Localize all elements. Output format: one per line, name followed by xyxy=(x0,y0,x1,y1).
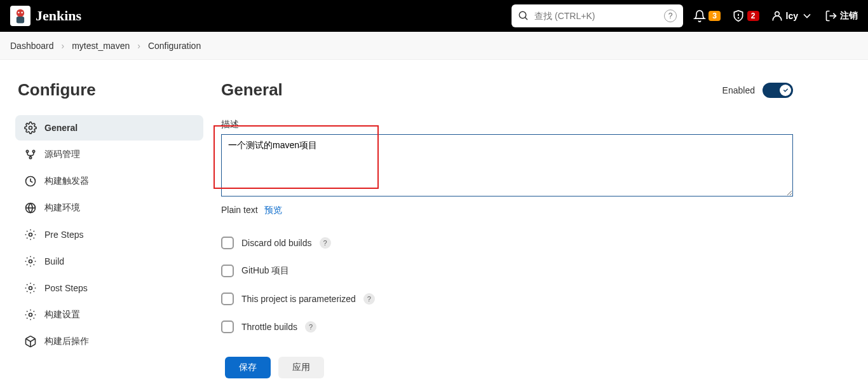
enabled-label: Enabled xyxy=(722,85,755,95)
toggle-knob xyxy=(780,85,791,96)
svg-rect-1 xyxy=(17,17,24,24)
gear-icon xyxy=(24,308,37,321)
branch-icon xyxy=(24,148,37,161)
sidebar-item-label: 源码管理 xyxy=(44,149,80,160)
sidebar-item-label: 构建设置 xyxy=(44,309,80,321)
alert-badge: 2 xyxy=(747,11,759,21)
user-name-label: lcy xyxy=(786,11,798,21)
checkbox[interactable] xyxy=(221,293,234,305)
brand-text: Jenkins xyxy=(36,8,81,24)
chevron-right-icon: › xyxy=(137,41,140,51)
option-throttle-builds: Throttle builds ? xyxy=(221,313,793,341)
notif-badge: 3 xyxy=(709,11,721,21)
help-icon[interactable]: ? xyxy=(305,321,316,333)
checkbox-label: GitHub 项目 xyxy=(241,265,289,277)
search-icon xyxy=(518,10,529,22)
sidebar-item-label: 构建后操作 xyxy=(44,336,89,347)
package-icon xyxy=(24,335,37,348)
sidebar-item-settings[interactable]: 构建设置 xyxy=(15,302,203,327)
help-icon[interactable]: ? xyxy=(363,293,375,305)
chevron-down-icon xyxy=(801,10,813,22)
option-github-project: GitHub 项目 xyxy=(221,257,793,285)
logout-label: 注销 xyxy=(840,10,858,22)
sidebar-item-label: General xyxy=(44,123,78,133)
help-icon[interactable]: ? xyxy=(320,237,331,249)
gear-icon xyxy=(24,282,37,294)
search-box[interactable]: ? xyxy=(512,4,683,27)
svg-point-12 xyxy=(32,150,34,152)
breadcrumb-item-0[interactable]: Dashboard xyxy=(10,41,54,51)
footer-actions: 保存 应用 xyxy=(0,348,868,386)
svg-point-17 xyxy=(29,233,32,237)
svg-point-2 xyxy=(18,11,20,13)
save-button[interactable]: 保存 xyxy=(225,357,271,378)
sidebar-item-general[interactable]: General xyxy=(15,115,203,141)
breadcrumb-item-2[interactable]: Configuration xyxy=(148,41,201,51)
shield-icon xyxy=(732,10,745,22)
sidebar-item-poststeps[interactable]: Post Steps xyxy=(15,275,203,301)
user-menu[interactable]: lcy xyxy=(771,10,813,22)
jenkins-logo-icon xyxy=(10,6,31,26)
plain-text-label: Plain text xyxy=(221,205,258,216)
sidebar-item-label: Build xyxy=(44,256,64,266)
svg-point-20 xyxy=(29,314,32,317)
gear-icon xyxy=(24,121,37,134)
search-help-icon[interactable]: ? xyxy=(664,10,677,22)
svg-point-7 xyxy=(738,18,738,18)
description-textarea[interactable] xyxy=(221,134,793,196)
user-icon xyxy=(771,10,783,22)
sidebar-item-presteps[interactable]: Pre Steps xyxy=(15,222,203,247)
sidebar-item-label: Pre Steps xyxy=(44,230,83,240)
jenkins-logo[interactable]: Jenkins xyxy=(10,6,81,26)
preview-link[interactable]: 预览 xyxy=(264,205,282,216)
globe-icon xyxy=(24,202,37,214)
checkbox-label: Throttle builds xyxy=(241,322,297,332)
logout-icon xyxy=(825,10,837,22)
svg-point-8 xyxy=(775,11,779,16)
sidebar-item-build[interactable]: Build xyxy=(15,249,203,274)
breadcrumb-item-1[interactable]: mytest_maven xyxy=(72,41,130,51)
svg-point-3 xyxy=(21,11,23,13)
search-input[interactable] xyxy=(529,11,664,21)
sidebar-item-environment[interactable]: 构建环境 xyxy=(15,195,203,221)
apply-button[interactable]: 应用 xyxy=(278,357,324,378)
checkbox[interactable] xyxy=(221,237,234,249)
checkbox-label: Discard old builds xyxy=(241,238,312,248)
svg-line-5 xyxy=(525,17,527,20)
sidebar-item-label: 构建环境 xyxy=(44,202,80,214)
svg-point-13 xyxy=(29,156,31,158)
notifications-button[interactable]: 3 xyxy=(693,10,721,22)
logout-button[interactable]: 注销 xyxy=(825,10,858,22)
section-title: General xyxy=(221,80,283,100)
gear-icon xyxy=(24,228,37,241)
svg-point-18 xyxy=(29,260,32,263)
gear-icon xyxy=(24,255,37,268)
svg-point-10 xyxy=(29,127,32,130)
svg-point-11 xyxy=(26,150,28,152)
breadcrumb: Dashboard › mytest_maven › Configuration xyxy=(0,32,868,60)
option-parameterized: This project is parameterized ? xyxy=(221,285,793,313)
security-alerts-button[interactable]: 2 xyxy=(732,10,759,22)
checkbox[interactable] xyxy=(221,265,234,277)
description-label: 描述 xyxy=(221,119,793,130)
clock-icon xyxy=(24,175,37,188)
sidebar-item-label: 构建触发器 xyxy=(44,176,89,187)
checkbox-label: This project is parameterized xyxy=(241,294,356,304)
sidebar-item-label: Post Steps xyxy=(44,283,88,293)
svg-point-0 xyxy=(17,10,24,17)
check-icon xyxy=(782,86,789,93)
checkbox[interactable] xyxy=(221,321,234,333)
svg-point-4 xyxy=(519,11,526,18)
sidebar-item-triggers[interactable]: 构建触发器 xyxy=(15,169,203,194)
svg-point-19 xyxy=(29,287,32,290)
enabled-toggle[interactable] xyxy=(763,83,793,98)
option-discard-old-builds: Discard old builds ? xyxy=(221,229,793,257)
chevron-right-icon: › xyxy=(62,41,65,51)
sidebar-title: Configure xyxy=(15,80,203,100)
sidebar-item-scm[interactable]: 源码管理 xyxy=(15,142,203,167)
bell-icon xyxy=(693,10,706,22)
